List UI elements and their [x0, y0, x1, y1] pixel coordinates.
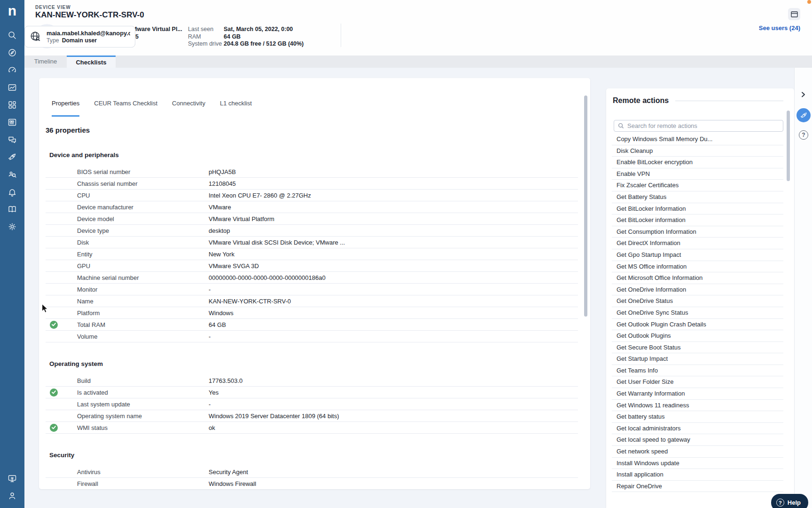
info-row: Last seen Sat, March 05, 2022, 0:00 [188, 26, 304, 33]
property-label: Total RAM [77, 321, 209, 328]
remote-action-item[interactable]: Get Gpo Startup Impact [612, 249, 783, 261]
remote-action-item[interactable]: Copy Windows Small Memory Du... [612, 134, 783, 145]
property-row: WMI status ok [46, 422, 578, 434]
tab-checklists[interactable]: Checklists [67, 56, 116, 68]
remote-actions-search[interactable] [614, 120, 783, 132]
remote-action-item[interactable]: Get OneDrive Information [612, 284, 783, 296]
property-label: Device manufacturer [77, 204, 209, 211]
remote-action-item[interactable]: Disk Cleanup [612, 145, 783, 157]
remote-action-item[interactable]: Get Battery Status [612, 191, 783, 203]
property-value: Intel Xeon CPU E7- 2860 @ 2.27GHz [209, 192, 578, 199]
remote-action-item[interactable]: Get OneDrive Status [612, 295, 783, 307]
sidebar-item-act[interactable] [4, 148, 21, 166]
panel-scrollbar-thumb[interactable] [787, 111, 790, 181]
remote-action-item[interactable]: Get Microsoft Office Information [612, 272, 783, 284]
tab-connectivity[interactable]: Connectivity [172, 99, 205, 117]
section-operating-system: Operating system Build 17763.503.0 Is ac… [46, 360, 578, 434]
tab-properties[interactable]: Properties [52, 99, 79, 117]
sidebar-item-profile[interactable] [4, 487, 21, 504]
property-label: Name [77, 298, 209, 305]
remote-action-item[interactable]: Install Windows update [612, 458, 783, 469]
info-label: Last seen [188, 26, 224, 33]
info-value: Sat, March 05, 2022, 0:00 [224, 26, 293, 33]
remote-action-item[interactable]: Get Secure Boot Status [612, 342, 783, 354]
property-label: Device model [77, 215, 209, 222]
property-label: WMI status [77, 424, 209, 431]
tab-ceur-teams-checklist[interactable]: CEUR Teams Checklist [94, 99, 157, 117]
property-value: New York [209, 251, 578, 258]
remote-action-item[interactable]: Get OneDrive Sync Status [612, 307, 783, 319]
compass-icon [8, 48, 17, 57]
layout-icon [791, 11, 798, 17]
see-users-link[interactable]: See users (24) [759, 24, 800, 32]
remote-action-item[interactable]: Get Consumption Information [612, 226, 783, 238]
user-card[interactable]: maia.mabel.khaled@kanopy.com TypeDomain … [24, 26, 135, 48]
sidebar-item-engage[interactable] [4, 131, 21, 148]
sidebar-item-insights[interactable] [4, 79, 21, 96]
property-value: 17763.503.0 [209, 377, 578, 384]
rocket-icon [8, 152, 17, 162]
sidebar-item-settings[interactable] [4, 218, 21, 235]
property-value: Windows Firewall [209, 480, 578, 487]
sidebar-item-dashboards[interactable] [4, 61, 21, 79]
remote-action-item[interactable]: Get BitLocker Information [612, 203, 783, 215]
remote-action-item[interactable]: Get Warranty Information [612, 388, 783, 400]
remote-action-item[interactable]: Get User Folder Size [612, 376, 783, 388]
info-value: 64 GB [224, 33, 241, 41]
property-row: Monitor - [46, 284, 578, 295]
property-row: Operating system name Windows 2019 Serve… [46, 410, 578, 422]
remote-action-item[interactable]: Install application [612, 469, 783, 481]
property-value: VMware Virtual disk SCSI Disk Device; VM… [209, 239, 578, 246]
remote-action-item[interactable]: Get BitLocker information [612, 214, 783, 226]
title-divider [675, 101, 783, 101]
section-security: Security Antivirus Security Agent Firewa… [46, 452, 578, 489]
property-row: Is activated Yes [46, 387, 578, 398]
sidebar-item-investigate[interactable] [4, 166, 21, 183]
help-rail-button[interactable]: ? [799, 130, 808, 140]
tab-l1-checklist[interactable]: L1 checklist [220, 99, 252, 117]
sidebar-item-library[interactable] [4, 200, 21, 218]
sidebar-item-remote-desktop[interactable] [4, 469, 21, 487]
sidebar-item-navigation[interactable] [4, 44, 21, 61]
sidebar-item-alerts[interactable] [4, 183, 21, 200]
chat-bubbles-icon [8, 135, 17, 144]
help-button[interactable]: ? Help [771, 494, 808, 508]
property-row: Antivirus Security Agent [46, 466, 578, 478]
remote-action-item[interactable]: Enable VPN [612, 168, 783, 180]
remote-action-item[interactable]: Get local speed to gateway [612, 434, 783, 446]
layout-toggle-button[interactable] [788, 8, 800, 20]
remote-action-item[interactable]: Enable BitLocker encryption [612, 157, 783, 168]
collapse-panel-button[interactable] [800, 91, 806, 100]
remote-action-item[interactable]: Get local administrators [612, 423, 783, 435]
remote-action-item[interactable]: Get network speed [612, 446, 783, 458]
remote-action-item[interactable]: Get Teams Info [612, 365, 783, 377]
property-value: 00000000-0000-0000-0000-0000000186a0 [209, 274, 578, 281]
property-row: Total RAM 64 GB [46, 319, 578, 331]
remote-action-item[interactable]: Get Outlook Plugins [612, 330, 783, 342]
sidebar-item-portal[interactable] [4, 113, 21, 131]
app-logo[interactable]: n [8, 4, 16, 18]
remote-action-item[interactable]: Get battery status [612, 411, 783, 423]
remote-actions-search-input[interactable] [627, 122, 779, 129]
remote-action-item[interactable]: Get DirectX Information [612, 238, 783, 249]
property-value: 12108045 [209, 180, 578, 187]
property-label: Volume [77, 333, 209, 340]
bell-icon [8, 187, 17, 197]
sidebar-item-applications[interactable] [4, 96, 21, 113]
remote-action-item[interactable]: Get Outlook Plugin Crash Details [612, 319, 783, 331]
section-title: Device and peripherals [49, 151, 578, 159]
remote-action-item[interactable]: Fix Zscaler Certificates [612, 180, 783, 191]
property-label: Is activated [77, 389, 209, 396]
remote-action-item[interactable]: Get MS Office information [612, 261, 783, 273]
remote-action-item[interactable]: Get Startup Impact [612, 353, 783, 365]
remote-action-item[interactable]: Get Windows 11 readiness [612, 400, 783, 412]
remote-actions-rail-button[interactable] [796, 108, 811, 122]
remote-action-item[interactable]: Repair OneDrive [612, 481, 783, 492]
header-divider [341, 24, 341, 47]
tab-timeline[interactable]: Timeline [24, 56, 67, 68]
section-device-and-peripherals: Device and peripherals BIOS serial numbe… [46, 151, 578, 342]
property-value: KAN-NEW-YORK-CTR-SRV-0 [209, 298, 578, 305]
sidebar-item-search[interactable] [4, 26, 21, 44]
card-scrollbar-thumb[interactable] [584, 95, 587, 317]
property-value: VMware Virtual Platform [209, 215, 578, 222]
